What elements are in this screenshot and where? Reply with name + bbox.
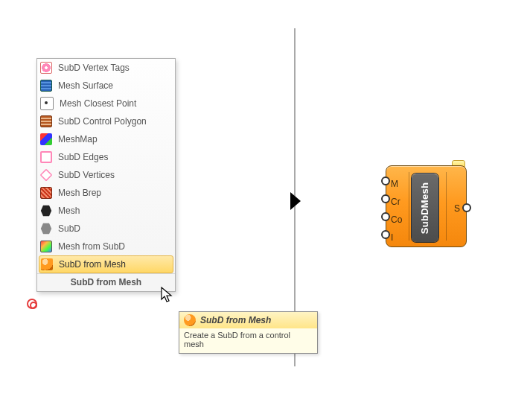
menu-item-subd-control-polygon[interactable]: SubD Control Polygon	[37, 112, 175, 130]
menu-item-label: Mesh Surface	[58, 80, 170, 91]
tooltip-title: SubD from Mesh	[200, 315, 271, 325]
menu-item-mesh[interactable]: Mesh	[37, 202, 175, 220]
component-name: SubDMesh	[420, 182, 431, 234]
menu-item-label: Mesh Closest Point	[60, 98, 170, 109]
menu-item-subd-edges[interactable]: SubD Edges	[37, 148, 175, 166]
component-name-bar[interactable]: SubDMesh	[412, 174, 438, 242]
subd-vertices-icon	[40, 169, 53, 182]
output-label: S	[454, 203, 460, 214]
input-label: Co	[391, 211, 402, 229]
mesh-surface-icon	[40, 80, 52, 92]
menu-item-subd-vertices[interactable]: SubD Vertices	[37, 166, 175, 184]
node-separator	[409, 172, 409, 241]
subd-edges-icon	[40, 151, 52, 163]
menu-item-subd-vertex-tags[interactable]: SubD Vertex Tags	[37, 59, 175, 77]
component-search-menu[interactable]: SubD Vertex Tags Mesh Surface Mesh Close…	[36, 58, 176, 292]
input-label: M	[391, 175, 402, 193]
direction-arrow-icon	[290, 192, 301, 210]
menu-item-subd-from-mesh[interactable]: SubD from Mesh	[39, 255, 173, 273]
input-port-co[interactable]	[381, 212, 390, 221]
menu-item-label: SubD Edges	[58, 152, 170, 162]
mesh-brep-icon	[40, 187, 52, 199]
subd-icon	[40, 223, 52, 235]
tooltip-body: Create a SubD from a control mesh	[179, 328, 317, 351]
record-indicator-icon	[27, 299, 37, 309]
input-label: Cr	[391, 193, 402, 211]
menu-item-label: SubD Vertex Tags	[58, 63, 170, 73]
input-port-m[interactable]	[381, 176, 390, 185]
menu-item-label: Mesh from SubD	[58, 241, 170, 252]
menu-item-label: Mesh Brep	[58, 188, 170, 198]
menu-item-meshmap[interactable]: MeshMap	[37, 130, 175, 148]
input-label: I	[391, 229, 402, 246]
subd-from-mesh-icon	[41, 258, 53, 270]
menu-item-mesh-closest-point[interactable]: Mesh Closest Point	[37, 95, 175, 112]
grasshopper-component-subdmesh[interactable]: M Cr Co I S SubDMesh	[386, 162, 465, 249]
node-separator	[446, 172, 447, 241]
mesh-closest-point-icon	[40, 97, 54, 110]
input-port-i[interactable]	[381, 230, 390, 239]
menu-item-mesh-from-subd[interactable]: Mesh from SubD	[37, 238, 175, 255]
mesh-from-subd-icon	[40, 241, 52, 252]
menu-item-subd[interactable]: SubD	[37, 220, 175, 238]
menu-footer-label: SubD from Mesh	[37, 273, 175, 291]
menu-item-mesh-brep[interactable]: Mesh Brep	[37, 184, 175, 202]
meshmap-icon	[40, 133, 52, 145]
menu-item-label: MeshMap	[58, 134, 170, 144]
subd-vertex-tags-icon	[40, 62, 52, 74]
output-port-s[interactable]	[462, 203, 471, 212]
mesh-icon	[40, 205, 52, 217]
menu-item-label: SubD Control Polygon	[58, 116, 170, 127]
menu-item-mesh-surface[interactable]: Mesh Surface	[37, 77, 175, 95]
menu-item-label: Mesh	[58, 206, 170, 216]
input-labels: M Cr Co I	[391, 175, 402, 246]
input-port-cr[interactable]	[381, 194, 390, 203]
subd-from-mesh-icon	[184, 314, 196, 326]
menu-item-label: SubD	[58, 223, 170, 234]
component-tooltip: SubD from Mesh Create a SubD from a cont…	[179, 311, 318, 354]
menu-item-label: SubD from Mesh	[59, 259, 168, 270]
menu-item-label: SubD Vertices	[58, 170, 170, 180]
subd-control-polygon-icon	[40, 115, 52, 127]
